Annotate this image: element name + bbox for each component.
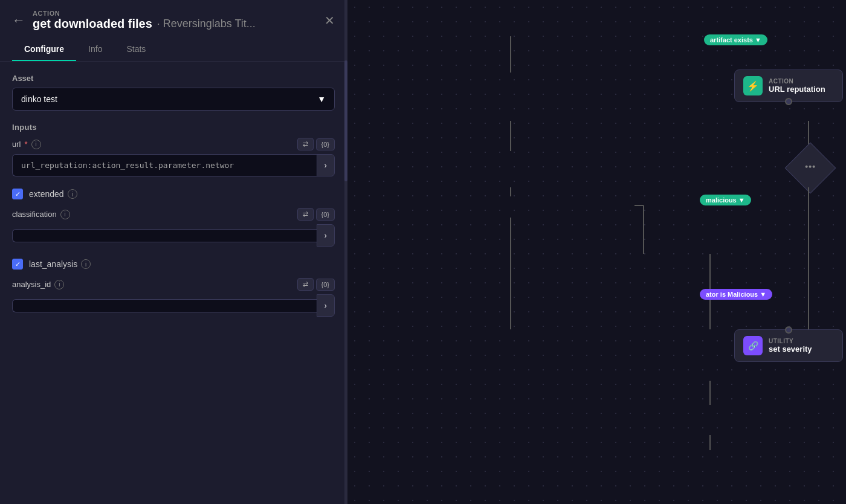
- extended-info-icon[interactable]: i: [68, 189, 77, 199]
- url-field-section: url* i ⇄ {0} url_repu: [12, 138, 335, 176]
- link-icon: ⇄: [303, 140, 308, 148]
- extended-row: ✓ extended i: [12, 189, 335, 199]
- title-subtitle: · Reversinglabs Tit...: [157, 18, 256, 30]
- tab-info[interactable]: Info: [76, 38, 114, 61]
- url-reputation-name: URL reputation: [769, 85, 825, 94]
- classification-expand-button[interactable]: ›: [317, 224, 335, 247]
- url-link-button[interactable]: ⇄: [297, 138, 314, 150]
- url-reputation-node-icon: ⚡: [743, 76, 763, 95]
- set-severity-text: UTILITY set severity: [769, 338, 812, 354]
- inputs-label: Inputs: [12, 123, 335, 132]
- tab-configure[interactable]: Configure: [12, 38, 76, 61]
- classification-link-button[interactable]: ⇄: [297, 208, 314, 221]
- panel-header: ← ACTION get downloaded files · Reversin…: [0, 0, 347, 62]
- set-severity-connector-top: [785, 326, 792, 334]
- set-severity-node[interactable]: 🔗 UTILITY set severity: [734, 329, 843, 362]
- malicious-badge[interactable]: malicious ▼: [700, 195, 751, 205]
- url-reputation-node-text: ACTION URL reputation: [769, 78, 825, 94]
- url-required-star: *: [24, 140, 27, 149]
- last-analysis-info-icon[interactable]: i: [81, 259, 91, 269]
- svg-point-9: [806, 166, 808, 168]
- extended-checkbox[interactable]: ✓: [12, 189, 23, 199]
- analysis-id-expand-button[interactable]: ›: [317, 294, 335, 317]
- diamond-icon: [805, 161, 816, 175]
- asset-label: Asset: [12, 74, 335, 83]
- header-title-group: ACTION get downloaded files · Reversingl…: [33, 10, 317, 31]
- url-row-label: url* i ⇄ {0}: [12, 138, 335, 150]
- url-label-left: url* i: [12, 140, 41, 149]
- classification-section: classification i ⇄ {0}: [12, 208, 335, 247]
- url-input-row: url_reputation:action_result.parameter.n…: [12, 154, 335, 176]
- analysis-id-label-left: analysis_id i: [12, 280, 64, 289]
- line-malicious-down: [808, 199, 809, 330]
- asset-dropdown[interactable]: dinko test ▼: [12, 88, 335, 111]
- last-analysis-checkbox[interactable]: ✓: [12, 259, 23, 270]
- diamond-decision[interactable]: [785, 143, 836, 194]
- last-analysis-row: ✓ last_analysis i: [12, 259, 335, 270]
- left-panel: ← ACTION get downloaded files · Reversin…: [0, 0, 347, 504]
- url-input-actions: ⇄ {0}: [297, 138, 335, 150]
- extended-label: extended i: [29, 189, 77, 199]
- url-label-text: url: [12, 140, 21, 149]
- back-button[interactable]: ←: [12, 13, 25, 28]
- analysis-id-actions: ⇄ {0}: [297, 278, 335, 291]
- set-severity-icon: 🔗: [743, 336, 763, 355]
- link-icon-3: ⇄: [303, 280, 308, 288]
- chevron-down-icon: ▼: [317, 94, 326, 104]
- panel-body: Asset dinko test ▼ Inputs url* i: [0, 62, 347, 504]
- analysis-id-row-label: analysis_id i ⇄ {0}: [12, 278, 335, 291]
- last-analysis-label-text: last_analysis: [29, 259, 77, 269]
- variable-icon: {0}: [321, 141, 329, 148]
- variable-icon-3: {0}: [321, 281, 329, 288]
- classification-variable-button[interactable]: {0}: [316, 208, 335, 221]
- artifact-exists-badge[interactable]: artifact exists ▼: [704, 34, 767, 45]
- asset-value: dinko test: [21, 94, 57, 104]
- url-reputation-node[interactable]: ⚡ ACTION URL reputation: [734, 69, 843, 102]
- link-icon-2: ⇄: [303, 210, 308, 218]
- url-variable-button[interactable]: {0}: [316, 138, 335, 150]
- classification-info-icon[interactable]: i: [60, 210, 70, 219]
- url-info-icon[interactable]: i: [31, 140, 41, 149]
- classification-label-text: classification: [12, 210, 57, 219]
- analysis-id-variable-button[interactable]: {0}: [316, 279, 335, 291]
- tabs-bar: Configure Info Stats: [12, 38, 335, 61]
- indicator-malicious-badge[interactable]: ator is Malicious ▼: [700, 289, 772, 300]
- analysis-id-input[interactable]: [12, 299, 317, 312]
- extended-label-text: extended: [29, 189, 64, 199]
- classification-input-row: ›: [12, 224, 335, 247]
- action-type-label: ACTION: [33, 10, 317, 17]
- tab-stats[interactable]: Stats: [114, 38, 158, 61]
- graph-icon: ⚡: [747, 80, 759, 92]
- classification-input[interactable]: [12, 229, 317, 242]
- analysis-id-input-row: ›: [12, 294, 335, 317]
- last-analysis-label: last_analysis i: [29, 259, 91, 269]
- svg-point-11: [813, 166, 815, 168]
- checkmark-icon-2: ✓: [15, 260, 21, 268]
- analysis-id-label-text: analysis_id: [12, 280, 51, 289]
- inputs-section: Inputs url* i ⇄ {0}: [12, 123, 335, 317]
- set-severity-type: UTILITY: [769, 338, 812, 344]
- analysis-id-link-button[interactable]: ⇄: [297, 278, 314, 291]
- url-reputation-connector-bottom: [785, 98, 792, 105]
- url-expand-button[interactable]: ›: [317, 154, 335, 176]
- line-diamond-down: [808, 187, 809, 199]
- workflow-canvas[interactable]: artifact exists ▼ ⚡ ACTION URL reputatio…: [347, 0, 846, 504]
- variable-icon-2: {0}: [321, 211, 329, 218]
- analysis-id-section: analysis_id i ⇄ {0}: [12, 278, 335, 317]
- classification-row-label: classification i ⇄ {0}: [12, 208, 335, 221]
- app-container: ← ACTION get downloaded files · Reversin…: [0, 0, 846, 504]
- header-top: ← ACTION get downloaded files · Reversin…: [12, 10, 335, 31]
- asset-section: Asset dinko test ▼: [12, 74, 335, 111]
- classification-label-left: classification i: [12, 210, 70, 219]
- url-input[interactable]: url_reputation:action_result.parameter.n…: [12, 154, 317, 176]
- close-button[interactable]: ✕: [325, 13, 335, 28]
- link-icon-sev: 🔗: [748, 341, 758, 351]
- panel-title: get downloaded files · Reversinglabs Tit…: [33, 17, 317, 31]
- classification-actions: ⇄ {0}: [297, 208, 335, 221]
- diamond-container: [792, 150, 828, 186]
- analysis-id-info-icon[interactable]: i: [54, 280, 64, 289]
- set-severity-name: set severity: [769, 344, 812, 354]
- svg-point-10: [809, 166, 812, 168]
- checkmark-icon: ✓: [15, 190, 21, 198]
- title-main: get downloaded files: [33, 17, 152, 31]
